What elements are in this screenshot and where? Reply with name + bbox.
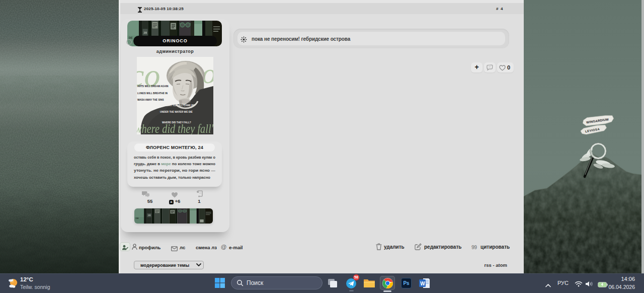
svg-text:оставь себя в покое, в кровь р: оставь себя в покое, в кровь разбив кула…: [134, 155, 215, 160]
svg-text:W: W: [420, 281, 425, 286]
svg-text:UNDER THE WATER WE DIE: UNDER THE WATER WE DIE: [160, 111, 193, 113]
svg-text:where did they fall': where did they fall': [137, 122, 213, 134]
svg-text:хочешь оставить дым, только на: хочешь оставить дым, только напрасно: [134, 175, 210, 180]
svg-text:co: co: [137, 57, 160, 93]
svg-text:утонуть. не перегори, но гори: утонуть. не перегори, но гори ясно —: [134, 168, 216, 173]
svg-text:ARTS WILL DREAM AGAIN: ARTS WILL DREAM AGAIN: [137, 85, 169, 88]
svg-text:LUNGS WILL BREATHE IN: LUNGS WILL BREATHE IN: [137, 92, 168, 95]
svg-text:WASH AWAY THE SINS: WASH AWAY THE SINS: [137, 99, 164, 101]
svg-text:грудь. даже в море по колено т: грудь. даже в море по колено тоже можно: [134, 162, 215, 166]
svg-text:THEN WHY YOU ALL CAME IN?: THEN WHY YOU ALL CAME IN?: [159, 104, 195, 107]
